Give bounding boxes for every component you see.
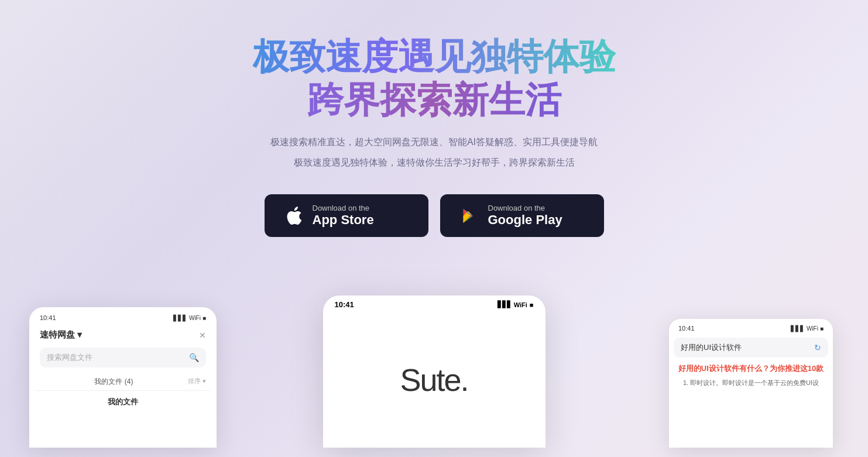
googleplay-label-small: Download on the (488, 204, 545, 212)
phone-center-statusbar: 10:41 ▋▋▋ WiFi ■ (323, 295, 545, 311)
googleplay-button[interactable]: Download on the Google Play (440, 194, 604, 237)
title-line2: 跨界探索新生活 (253, 78, 616, 122)
phone-right-signal: ▋▋▋ WiFi ■ (791, 325, 824, 332)
appstore-button[interactable]: Download on the App Store (265, 194, 428, 237)
hero-section: 极致速度遇见独特体验 跨界探索新生活 极速搜索精准直达，超大空间网盘无限速、智能… (0, 0, 868, 448)
phone-left-time: 10:41 (40, 314, 56, 321)
phone-left-titlebar: 速特网盘 ▾ ✕ (35, 327, 211, 343)
googleplay-btn-text: Download on the Google Play (488, 204, 562, 228)
googleplay-icon (459, 205, 480, 226)
phone-left-close-icon[interactable]: ✕ (199, 331, 206, 340)
appstore-label-big: App Store (313, 212, 374, 228)
phone-left-apptitle: 速特网盘 ▾ (40, 329, 82, 341)
phone-right-result-body: 1. 即时设计。即时设计是一个基于云的免费UI设 (674, 378, 828, 388)
phone-right-query: 好用的UI设计软件 (681, 342, 742, 353)
subtitle2: 极致速度遇见独特体验，速特做你生活学习好帮手，跨界探索新生活 (294, 154, 575, 171)
download-buttons: Download on the App Store Download on th… (265, 194, 604, 237)
phone-left-searchplaceholder: 搜索网盘文件 (47, 352, 92, 363)
phone-center-time: 10:41 (335, 300, 354, 309)
appstore-btn-text: Download on the App Store (313, 204, 374, 228)
apple-icon (283, 205, 304, 226)
googleplay-label-big: Google Play (488, 212, 562, 228)
appstore-label-small: Download on the (313, 204, 370, 212)
phone-right-statusbar: 10:41 ▋▋▋ WiFi ■ (674, 324, 828, 333)
phone-left-statusbar: 10:41 ▋▋▋ WiFi ■ (35, 313, 211, 322)
phone-left-searchbar: 搜索网盘文件 🔍 (40, 348, 206, 367)
phone-center-signal: ▋▋▋ WiFi ■ (498, 300, 534, 309)
phone-left: 10:41 ▋▋▋ WiFi ■ 速特网盘 ▾ ✕ 搜索网盘文件 🔍 我的文件 … (29, 307, 217, 448)
sute-logo: Sute. (323, 311, 545, 448)
phone-center: 10:41 ▋▋▋ WiFi ■ Sute. (323, 295, 545, 448)
search-icon: 🔍 (189, 353, 199, 362)
phones-section: 10:41 ▋▋▋ WiFi ■ 速特网盘 ▾ ✕ 搜索网盘文件 🔍 我的文件 … (0, 284, 868, 448)
subtitle1: 极速搜索精准直达，超大空间网盘无限速、智能AI答疑解惑、实用工具便捷导航 (270, 134, 598, 151)
phone-right-searchbar: 好用的UI设计软件 ↻ (674, 338, 828, 358)
phone-left-signal: ▋▋▋ WiFi ■ (173, 315, 206, 321)
phone-left-myfiles: 我的文件 (35, 391, 211, 413)
title-line1: 极致速度遇见独特体验 (253, 35, 616, 78)
main-title: 极致速度遇见独特体验 跨界探索新生活 (253, 35, 616, 122)
phone-right-result-title: 好用的UI设计软件有什么？为你推进这10款 (674, 363, 828, 374)
phone-right: 10:41 ▋▋▋ WiFi ■ 好用的UI设计软件 ↻ 好用的UI设计软件有什… (669, 319, 833, 448)
refresh-icon: ↻ (814, 343, 821, 352)
phone-right-time: 10:41 (678, 325, 695, 332)
phone-left-filerow: 我的文件 (4) 排序 ▾ (35, 373, 211, 391)
